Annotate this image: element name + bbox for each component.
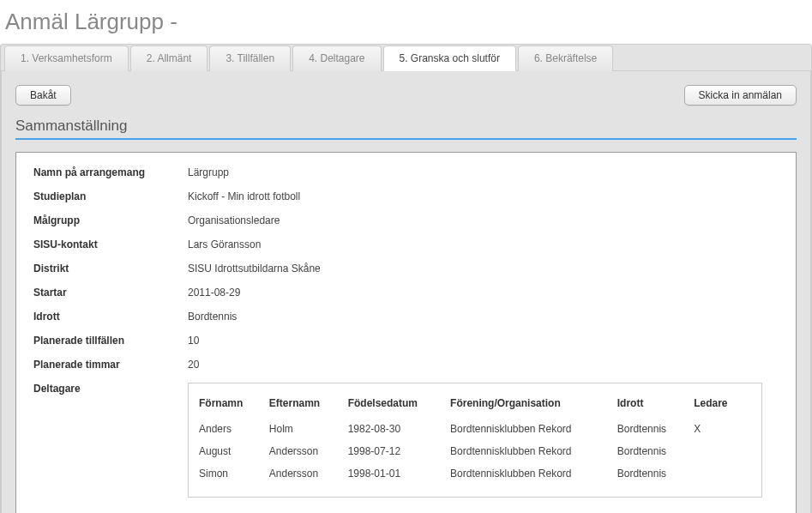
field-value: Bordtennis (188, 311, 237, 323)
tab-deltagare[interactable]: 4. Deltagare (292, 45, 381, 71)
field-label: Distrikt (33, 263, 188, 275)
field-row: Distrikt SISU Idrottsutbildarna Skåne (33, 263, 779, 275)
table-row: Simon Andersson 1998-01-01 Bordtennisklu… (199, 462, 751, 485)
cell: Simon (199, 462, 269, 485)
field-value: Lars Göransson (188, 238, 261, 250)
cell: Anders (199, 418, 269, 440)
field-row: Planerade timmar 20 (33, 359, 779, 371)
field-value: 2011-08-29 (188, 287, 240, 299)
tab-granska[interactable]: 5. Granska och slutför (383, 45, 516, 71)
col-fodelsedatum: Födelsedatum (348, 392, 450, 418)
submit-button[interactable]: Skicka in anmälan (684, 85, 797, 106)
field-row: Planerade tillfällen 10 (33, 335, 779, 347)
cell: Holm (269, 418, 348, 440)
cell: August (199, 440, 269, 462)
cell: Bordtennisklubben Rekord (450, 418, 617, 440)
field-value: Organisationsledare (188, 214, 280, 226)
field-value: 10 (188, 335, 199, 347)
field-label: Idrott (33, 311, 188, 323)
field-label: Målgrupp (33, 214, 188, 226)
back-button[interactable]: Bakåt (15, 85, 71, 106)
participants-table-wrap: Förnamn Efternamn Födelsedatum Förening/… (188, 383, 762, 498)
field-label: Startar (33, 287, 188, 299)
field-value: 20 (188, 359, 199, 371)
field-row: Idrott Bordtennis (33, 311, 779, 323)
summary-panel: Namn på arrangemang Lärgrupp Studieplan … (15, 152, 797, 513)
cell: 1982-08-30 (348, 418, 450, 440)
cell: Andersson (269, 440, 348, 462)
tab-verksamhetsform[interactable]: 1. Verksamhetsform (4, 45, 129, 71)
cell (694, 440, 751, 462)
field-label: Planerade timmar (33, 359, 188, 371)
field-row: SISU-kontakt Lars Göransson (33, 238, 779, 250)
field-label: Planerade tillfällen (33, 335, 188, 347)
cell: X (694, 418, 751, 440)
cell: Bordtennisklubben Rekord (450, 462, 617, 485)
cell: 1998-01-01 (348, 462, 450, 485)
field-row: Startar 2011-08-29 (33, 287, 779, 299)
field-label: Studieplan (33, 190, 188, 202)
field-row: Målgrupp Organisationsledare (33, 214, 779, 226)
table-header-row: Förnamn Efternamn Födelsedatum Förening/… (199, 392, 751, 418)
button-row: Bakåt Skicka in anmälan (15, 85, 797, 106)
cell (694, 462, 751, 485)
field-label: SISU-kontakt (33, 238, 188, 250)
tab-allmant[interactable]: 2. Allmänt (130, 45, 208, 71)
cell: Bordtennis (617, 440, 694, 462)
section-title: Sammanställning (15, 118, 797, 135)
tabs: 1. Verksamhetsform 2. Allmänt 3. Tillfäl… (1, 45, 811, 71)
participants-table: Förnamn Efternamn Födelsedatum Förening/… (199, 392, 751, 485)
participants-label: Deltagare (33, 383, 188, 395)
cell: Bordtennis (617, 418, 694, 440)
tabs-container: 1. Verksamhetsform 2. Allmänt 3. Tillfäl… (0, 44, 812, 513)
participants-row: Deltagare Förnamn Efternamn Födelsedatum… (33, 383, 779, 498)
cell: Andersson (269, 462, 348, 485)
section-divider (15, 138, 797, 140)
tab-bekraftelse[interactable]: 6. Bekräftelse (518, 45, 613, 71)
table-row: Anders Holm 1982-08-30 Bordtennisklubben… (199, 418, 751, 440)
cell: Bordtennis (617, 462, 694, 485)
cell: Bordtennisklubben Rekord (450, 440, 617, 462)
field-value: SISU Idrottsutbildarna Skåne (188, 263, 321, 275)
tab-body: Bakåt Skicka in anmälan Sammanställning … (1, 71, 811, 513)
col-fornamn: Förnamn (199, 392, 269, 418)
field-value: Lärgrupp (188, 166, 229, 178)
col-idrott: Idrott (617, 392, 694, 418)
cell: 1998-07-12 (348, 440, 450, 462)
field-row: Namn på arrangemang Lärgrupp (33, 166, 779, 178)
field-value: Kickoff - Min idrott fotboll (188, 190, 300, 202)
col-ledare: Ledare (694, 392, 751, 418)
field-label: Namn på arrangemang (33, 166, 188, 178)
field-row: Studieplan Kickoff - Min idrott fotboll (33, 190, 779, 202)
col-efternamn: Efternamn (269, 392, 348, 418)
table-row: August Andersson 1998-07-12 Bordtenniskl… (199, 440, 751, 462)
tab-tillfallen[interactable]: 3. Tillfällen (209, 45, 291, 71)
page-title: Anmäl Lärgrupp - (0, 0, 812, 44)
col-forening: Förening/Organisation (450, 392, 617, 418)
